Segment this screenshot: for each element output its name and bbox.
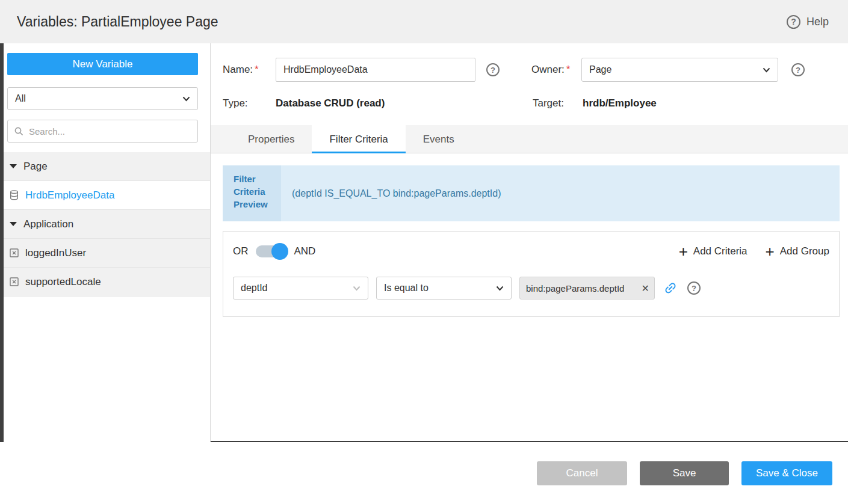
tree-group-label: Application — [23, 218, 73, 230]
save-and-close-button[interactable]: Save & Close — [741, 461, 832, 485]
tree-item-label: HrdbEmployeeData — [25, 189, 114, 201]
required-marker: * — [255, 64, 259, 75]
tree-item-label: loggedInUser — [25, 247, 86, 259]
sidebar-scrollbar[interactable] — [0, 43, 4, 442]
caret-down-icon — [10, 222, 17, 226]
add-criteria-button[interactable]: + Add Criteria — [679, 245, 747, 257]
model-variable-icon — [10, 277, 19, 286]
tab-properties[interactable]: Properties — [231, 125, 312, 153]
owner-select[interactable]: Page — [581, 58, 778, 82]
name-help-icon[interactable]: ? — [486, 63, 500, 76]
chevron-down-icon — [496, 286, 504, 291]
bound-value-text: bind:pageParams.deptId — [526, 283, 639, 293]
help-icon: ? — [787, 15, 800, 29]
name-label: Name:* — [223, 64, 276, 76]
target-label: Target: — [533, 97, 583, 109]
variable-search — [7, 120, 198, 143]
owner-select-value: Page — [589, 64, 611, 75]
or-label: OR — [233, 245, 249, 257]
search-icon — [14, 126, 24, 137]
page-title: Variables: PartialEmployee Page — [17, 14, 218, 30]
owner-label-text: Owner: — [531, 64, 565, 75]
add-group-label: Add Group — [780, 245, 829, 257]
sidebar-item-page[interactable]: Page — [0, 152, 210, 181]
toggle-knob — [271, 243, 288, 260]
type-value: Database CRUD (read) — [276, 97, 533, 109]
variable-type-filter-value: All — [15, 93, 26, 104]
cancel-button[interactable]: Cancel — [537, 461, 627, 485]
dialog-header: Variables: PartialEmployee Page ? Help — [0, 0, 848, 43]
required-marker: * — [566, 64, 571, 75]
sidebar-item-supportedlocale[interactable]: supportedLocale — [0, 268, 210, 297]
criteria-builder: OR AND + Add Criteria + Add Group — [223, 231, 840, 317]
database-variable-icon — [10, 190, 19, 200]
caret-down-icon — [10, 164, 17, 168]
dialog-footer: Cancel Save Save & Close — [0, 442, 848, 504]
name-label-text: Name: — [223, 64, 253, 75]
name-owner-row: Name:* ? Owner:* Page ? — [223, 58, 840, 82]
help-button[interactable]: ? Help — [787, 15, 829, 29]
help-label: Help — [806, 16, 829, 28]
operator-select[interactable]: Is equal to — [376, 277, 512, 300]
filter-criteria-preview-title: Filter Criteria Preview — [223, 165, 281, 221]
field-select-value: deptId — [241, 283, 267, 293]
variables-sidebar: New Variable All Page — [0, 43, 211, 442]
chevron-down-icon — [182, 96, 190, 102]
and-label: AND — [294, 245, 316, 257]
tab-bar: Properties Filter Criteria Events — [211, 125, 848, 153]
operator-select-value: Is equal to — [384, 283, 429, 293]
owner-label: Owner:* — [531, 64, 581, 76]
tab-events[interactable]: Events — [406, 125, 472, 153]
target-value: hrdb/Employee — [583, 97, 657, 109]
sidebar-item-hrdbemployeedata[interactable]: HrdbEmployeeData — [0, 181, 210, 210]
variable-type-filter-select[interactable]: All — [7, 87, 198, 110]
filter-criteria-preview: Filter Criteria Preview (deptId IS_EQUAL… — [223, 165, 840, 221]
search-input[interactable] — [29, 126, 191, 137]
plus-icon: + — [766, 245, 775, 257]
criteria-help-icon[interactable]: ? — [687, 281, 701, 295]
variable-tree: Page HrdbEmployeeData Application logged… — [0, 152, 210, 297]
type-target-row: Type: Database CRUD (read) Target: hrdb/… — [223, 97, 840, 109]
filter-criteria-preview-text: (deptId IS_EQUAL_TO bind:pageParams.dept… — [281, 165, 840, 221]
plus-icon: + — [679, 245, 688, 257]
sidebar-item-loggedinuser[interactable]: loggedInUser — [0, 239, 210, 268]
tree-item-label: supportedLocale — [25, 276, 101, 288]
name-input[interactable] — [276, 58, 475, 82]
or-and-toggle[interactable] — [256, 243, 287, 260]
owner-help-icon[interactable]: ? — [791, 63, 805, 76]
bind-link-icon[interactable] — [660, 278, 681, 298]
chevron-down-icon — [353, 286, 361, 291]
chevron-down-icon — [763, 67, 770, 73]
tab-filter-criteria[interactable]: Filter Criteria — [312, 125, 405, 153]
close-icon[interactable]: ✕ — [639, 283, 649, 294]
field-select[interactable]: deptId — [233, 277, 368, 300]
criteria-row: deptId Is equal to bind:pageParams.deptI… — [233, 277, 829, 300]
new-variable-button[interactable]: New Variable — [7, 53, 198, 75]
add-criteria-label: Add Criteria — [693, 245, 747, 257]
variable-detail-panel: Name:* ? Owner:* Page ? Type: Database C… — [211, 43, 848, 442]
type-label: Type: — [223, 97, 276, 109]
model-variable-icon — [10, 248, 19, 257]
save-button[interactable]: Save — [640, 461, 729, 485]
add-group-button[interactable]: + Add Group — [766, 245, 829, 257]
bound-value-chip[interactable]: bind:pageParams.deptId ✕ — [519, 277, 655, 300]
sidebar-item-application[interactable]: Application — [0, 210, 210, 239]
tree-group-label: Page — [23, 161, 48, 173]
